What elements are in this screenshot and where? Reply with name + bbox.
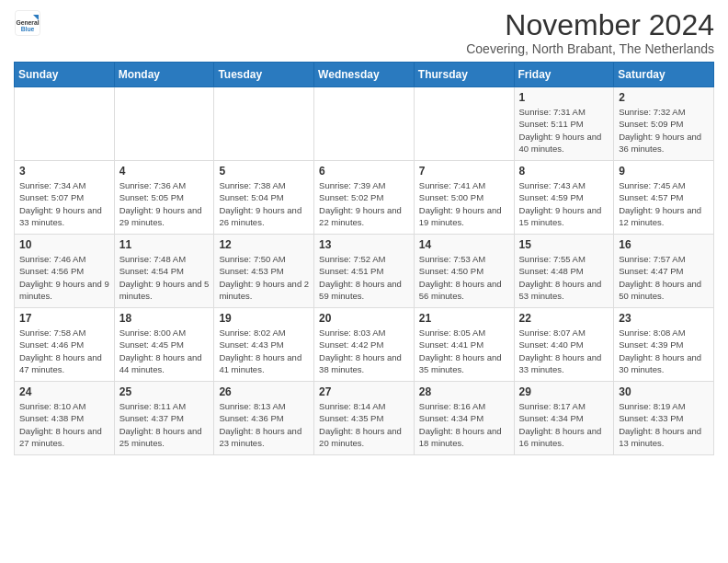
calendar-cell: 6Sunrise: 7:39 AMSunset: 5:02 PMDaylight… [314,161,415,235]
day-number: 4 [119,165,210,178]
day-info: Sunrise: 7:31 AMSunset: 5:11 PMDaylight:… [519,106,609,155]
col-thursday: Thursday [414,63,514,87]
calendar-cell [314,87,415,161]
day-info: Sunrise: 8:00 AMSunset: 4:45 PMDaylight:… [119,327,210,375]
day-info: Sunrise: 7:36 AMSunset: 5:05 PMDaylight:… [119,179,210,228]
calendar-cell: 11Sunrise: 7:48 AMSunset: 4:54 PMDayligh… [114,235,214,308]
logo-icon: General Blue [14,9,41,37]
svg-text:General: General [16,19,39,26]
calendar-cell: 23Sunrise: 8:08 AMSunset: 4:39 PMDayligh… [614,308,714,382]
svg-text:Blue: Blue [21,26,35,32]
day-number: 19 [219,312,309,325]
calendar-cell: 29Sunrise: 8:17 AMSunset: 4:34 PMDayligh… [514,382,614,455]
calendar-cell: 3Sunrise: 7:34 AMSunset: 5:07 PMDaylight… [15,161,115,235]
day-info: Sunrise: 7:39 AMSunset: 5:02 PMDaylight:… [319,179,409,228]
day-info: Sunrise: 8:17 AMSunset: 4:34 PMDaylight:… [519,400,609,449]
day-number: 17 [19,312,109,325]
day-info: Sunrise: 8:14 AMSunset: 4:35 PMDaylight:… [319,400,409,449]
day-number: 5 [219,165,309,178]
calendar-cell: 19Sunrise: 8:02 AMSunset: 4:43 PMDayligh… [214,308,314,382]
calendar-cell [414,87,514,161]
title-area: November 2024 Coevering, North Brabant, … [466,9,714,56]
day-number: 13 [319,238,409,251]
calendar-cell: 15Sunrise: 7:55 AMSunset: 4:48 PMDayligh… [514,235,614,308]
day-number: 24 [19,385,109,398]
day-info: Sunrise: 8:13 AMSunset: 4:36 PMDaylight:… [219,400,309,449]
calendar-cell: 2Sunrise: 7:32 AMSunset: 5:09 PMDaylight… [614,87,714,161]
header-row: Sunday Monday Tuesday Wednesday Thursday… [15,63,714,87]
day-info: Sunrise: 7:55 AMSunset: 4:48 PMDaylight:… [519,253,609,302]
calendar-cell: 10Sunrise: 7:46 AMSunset: 4:56 PMDayligh… [15,235,115,308]
day-number: 28 [419,385,509,398]
calendar-cell: 7Sunrise: 7:41 AMSunset: 5:00 PMDaylight… [414,161,514,235]
day-info: Sunrise: 8:11 AMSunset: 4:37 PMDaylight:… [119,400,210,449]
day-info: Sunrise: 7:53 AMSunset: 4:50 PMDaylight:… [419,253,509,302]
col-tuesday: Tuesday [214,63,314,87]
calendar-cell [214,87,314,161]
calendar-cell: 12Sunrise: 7:50 AMSunset: 4:53 PMDayligh… [214,235,314,308]
day-number: 26 [219,385,309,398]
day-number: 22 [519,312,609,325]
day-info: Sunrise: 7:50 AMSunset: 4:53 PMDaylight:… [219,253,309,302]
day-number: 7 [419,165,509,178]
calendar-cell: 16Sunrise: 7:57 AMSunset: 4:47 PMDayligh… [614,235,714,308]
calendar-week-2: 3Sunrise: 7:34 AMSunset: 5:07 PMDaylight… [15,161,714,235]
day-number: 14 [419,238,509,251]
day-number: 11 [119,238,210,251]
day-info: Sunrise: 7:32 AMSunset: 5:09 PMDaylight:… [619,106,709,155]
day-info: Sunrise: 7:58 AMSunset: 4:46 PMDaylight:… [19,327,109,375]
calendar-week-4: 17Sunrise: 7:58 AMSunset: 4:46 PMDayligh… [15,308,714,382]
day-info: Sunrise: 7:45 AMSunset: 4:57 PMDaylight:… [619,179,709,228]
day-number: 9 [619,165,709,178]
day-number: 2 [619,91,709,104]
calendar-cell: 8Sunrise: 7:43 AMSunset: 4:59 PMDaylight… [514,161,614,235]
day-info: Sunrise: 8:16 AMSunset: 4:34 PMDaylight:… [419,400,509,449]
calendar-table: Sunday Monday Tuesday Wednesday Thursday… [14,62,714,455]
calendar-cell: 28Sunrise: 8:16 AMSunset: 4:34 PMDayligh… [414,382,514,455]
day-number: 1 [519,91,609,104]
day-info: Sunrise: 8:03 AMSunset: 4:42 PMDaylight:… [319,327,409,375]
calendar-week-3: 10Sunrise: 7:46 AMSunset: 4:56 PMDayligh… [15,235,714,308]
day-number: 23 [619,312,709,325]
day-number: 8 [519,165,609,178]
day-number: 25 [119,385,210,398]
day-info: Sunrise: 8:02 AMSunset: 4:43 PMDaylight:… [219,327,309,375]
col-monday: Monday [114,63,214,87]
logo: General Blue [14,9,41,37]
day-number: 3 [19,165,109,178]
calendar-cell: 22Sunrise: 8:07 AMSunset: 4:40 PMDayligh… [514,308,614,382]
day-number: 27 [319,385,409,398]
calendar-cell: 26Sunrise: 8:13 AMSunset: 4:36 PMDayligh… [214,382,314,455]
day-info: Sunrise: 7:48 AMSunset: 4:54 PMDaylight:… [119,253,210,302]
day-info: Sunrise: 8:08 AMSunset: 4:39 PMDaylight:… [619,327,709,375]
header: General Blue November 2024 Coevering, No… [14,9,714,56]
day-number: 29 [519,385,609,398]
col-saturday: Saturday [614,63,714,87]
calendar-cell: 9Sunrise: 7:45 AMSunset: 4:57 PMDaylight… [614,161,714,235]
day-info: Sunrise: 7:46 AMSunset: 4:56 PMDaylight:… [19,253,109,302]
day-info: Sunrise: 8:19 AMSunset: 4:33 PMDaylight:… [619,400,709,449]
calendar-cell: 27Sunrise: 8:14 AMSunset: 4:35 PMDayligh… [314,382,415,455]
day-info: Sunrise: 7:57 AMSunset: 4:47 PMDaylight:… [619,253,709,302]
calendar-cell: 30Sunrise: 8:19 AMSunset: 4:33 PMDayligh… [614,382,714,455]
calendar-cell: 5Sunrise: 7:38 AMSunset: 5:04 PMDaylight… [214,161,314,235]
col-wednesday: Wednesday [314,63,415,87]
calendar-title: November 2024 [466,9,714,41]
day-info: Sunrise: 7:52 AMSunset: 4:51 PMDaylight:… [319,253,409,302]
day-number: 6 [319,165,409,178]
calendar-cell: 4Sunrise: 7:36 AMSunset: 5:05 PMDaylight… [114,161,214,235]
calendar-cell [15,87,115,161]
day-info: Sunrise: 8:10 AMSunset: 4:38 PMDaylight:… [19,400,109,449]
calendar-cell: 24Sunrise: 8:10 AMSunset: 4:38 PMDayligh… [15,382,115,455]
calendar-cell: 25Sunrise: 8:11 AMSunset: 4:37 PMDayligh… [114,382,214,455]
day-info: Sunrise: 7:38 AMSunset: 5:04 PMDaylight:… [219,179,309,228]
calendar-cell: 17Sunrise: 7:58 AMSunset: 4:46 PMDayligh… [15,308,115,382]
day-info: Sunrise: 7:43 AMSunset: 4:59 PMDaylight:… [519,179,609,228]
day-info: Sunrise: 8:05 AMSunset: 4:41 PMDaylight:… [419,327,509,375]
calendar-subtitle: Coevering, North Brabant, The Netherland… [466,41,714,56]
calendar-cell: 21Sunrise: 8:05 AMSunset: 4:41 PMDayligh… [414,308,514,382]
calendar-cell: 1Sunrise: 7:31 AMSunset: 5:11 PMDaylight… [514,87,614,161]
calendar-cell: 18Sunrise: 8:00 AMSunset: 4:45 PMDayligh… [114,308,214,382]
day-info: Sunrise: 8:07 AMSunset: 4:40 PMDaylight:… [519,327,609,375]
day-number: 20 [319,312,409,325]
